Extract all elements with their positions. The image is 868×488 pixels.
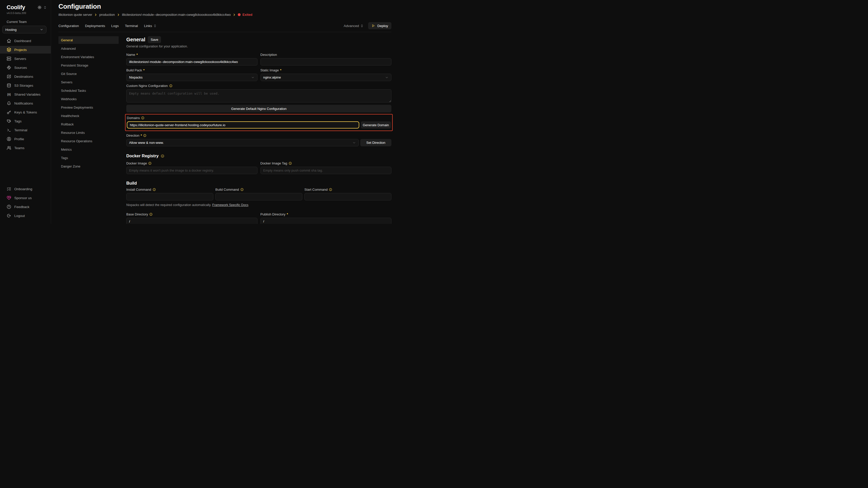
- start-command-input[interactable]: [304, 193, 392, 200]
- tab-links[interactable]: Links: [144, 24, 157, 28]
- info-icon[interactable]: [143, 134, 147, 137]
- domains-input[interactable]: [127, 121, 359, 129]
- name-input[interactable]: [126, 58, 257, 66]
- sidebar-item-logout[interactable]: Logout: [0, 212, 51, 220]
- static-image-select[interactable]: nginx:alpine: [260, 74, 392, 81]
- sidebar-item-profile[interactable]: Profile: [0, 135, 51, 143]
- subnav-item-healthcheck[interactable]: Healthcheck: [58, 112, 119, 120]
- info-icon[interactable]: [141, 116, 145, 120]
- subnav-item-environment-variables[interactable]: Environment Variables: [58, 53, 119, 61]
- chevron-right-icon: [117, 13, 120, 16]
- status-badge: Exited: [238, 13, 252, 17]
- sidebar-item-dashboard[interactable]: Dashboard: [0, 37, 51, 44]
- chevrons-up-down-icon: [153, 24, 157, 28]
- sidebar-item-projects[interactable]: Projects: [0, 46, 51, 54]
- docker-registry-heading: Docker Registry: [126, 154, 159, 158]
- subnav-item-preview-deployments[interactable]: Preview Deployments: [58, 103, 119, 111]
- sidebar-item-onboarding[interactable]: Onboarding: [0, 185, 51, 193]
- description-label: Description: [260, 53, 392, 57]
- publish-directory-label: Publish Directory*: [260, 213, 392, 216]
- advanced-dropdown[interactable]: Advanced: [344, 24, 364, 28]
- tab-configuration[interactable]: Configuration: [58, 24, 79, 28]
- layers-icon: [7, 47, 11, 52]
- info-icon[interactable]: [161, 154, 164, 158]
- generate-nginx-config-button[interactable]: Generate Default Nginx Configuration: [126, 105, 392, 112]
- domains-label: Domains: [127, 116, 391, 120]
- publish-directory-input[interactable]: [260, 218, 392, 224]
- subnav-item-resource-operations[interactable]: Resource Operations: [58, 137, 119, 145]
- framework-docs-link[interactable]: Framework Specific Docs: [212, 203, 249, 207]
- tab-logs[interactable]: Logs: [111, 24, 119, 28]
- tab-deployments[interactable]: Deployments: [85, 24, 105, 28]
- info-icon[interactable]: [149, 213, 153, 216]
- sidebar-item-shared-variables[interactable]: (x) Shared Variables: [0, 91, 51, 98]
- subnav-item-danger-zone[interactable]: Danger Zone: [58, 162, 119, 170]
- docker-image-tag-input[interactable]: [260, 167, 392, 174]
- generate-domain-button[interactable]: Generate Domain: [361, 121, 391, 129]
- sidebar-item-tags[interactable]: Tags: [0, 117, 51, 125]
- tags-icon: [7, 119, 11, 123]
- tab-terminal[interactable]: Terminal: [125, 24, 138, 28]
- subnav-item-git-source[interactable]: Git Source: [58, 70, 119, 77]
- subnav-item-webhooks[interactable]: Webhooks: [58, 95, 119, 103]
- team-select[interactable]: Hosting: [2, 26, 46, 33]
- description-input[interactable]: [260, 58, 392, 66]
- subnav-item-scheduled-tasks[interactable]: Scheduled Tasks: [58, 87, 119, 94]
- chevron-down-icon: [385, 76, 389, 79]
- sidebar-item-terminal[interactable]: Terminal: [0, 126, 51, 134]
- subnav-item-resource-limits[interactable]: Resource Limits: [58, 129, 119, 136]
- sidebar-item-notifications[interactable]: Notifications: [0, 99, 51, 107]
- info-icon[interactable]: [288, 162, 292, 165]
- install-command-input[interactable]: [126, 193, 213, 200]
- git-source-icon: [7, 65, 11, 70]
- theme-toggle-sun-icon[interactable]: [37, 5, 41, 9]
- custom-nginx-textarea[interactable]: [126, 89, 392, 102]
- base-directory-input[interactable]: [126, 218, 257, 224]
- sidebar-item-sources[interactable]: Sources: [0, 64, 51, 71]
- breadcrumb-application[interactable]: illicitestonion/-module--decomposition:m…: [122, 13, 231, 17]
- save-button[interactable]: Save: [148, 36, 161, 43]
- subnav-item-rollback[interactable]: Rollback: [58, 120, 119, 128]
- breadcrumb-project[interactable]: illicitonion quote server: [58, 13, 92, 17]
- docker-image-input[interactable]: [126, 167, 257, 174]
- info-icon[interactable]: [148, 162, 152, 165]
- key-icon: [7, 110, 11, 115]
- checklist-icon: [7, 187, 11, 191]
- build-command-input[interactable]: [215, 193, 302, 200]
- brand-selector-icon[interactable]: [43, 6, 47, 9]
- nixpacks-note: Nixpacks will detect the required config…: [126, 203, 392, 207]
- sidebar-item-feedback[interactable]: Feedback: [0, 203, 51, 210]
- info-icon[interactable]: [329, 188, 332, 191]
- subnav-item-general[interactable]: General: [58, 36, 119, 44]
- sidebar-item-destinations[interactable]: Destinations: [0, 73, 51, 80]
- deploy-button[interactable]: Deploy: [368, 22, 392, 29]
- sidebar-item-keys-tokens[interactable]: Keys & Tokens: [0, 108, 51, 116]
- sidebar-item-teams[interactable]: Teams: [0, 144, 51, 152]
- direction-select[interactable]: Allow www & non-www.: [126, 139, 359, 147]
- set-direction-button[interactable]: Set Direction: [360, 139, 392, 147]
- subnav-item-persistent-storage[interactable]: Persistent Storage: [58, 61, 119, 69]
- info-icon[interactable]: [169, 84, 173, 88]
- help-circle-icon: [7, 204, 11, 209]
- install-command-label: Install Command: [126, 188, 213, 192]
- info-icon[interactable]: [153, 188, 156, 191]
- sidebar-item-sponsor-us[interactable]: Sponsor us: [0, 194, 51, 202]
- sidebar-item-servers[interactable]: Servers: [0, 55, 51, 62]
- info-icon[interactable]: [240, 188, 244, 191]
- section-description: General configuration for your applicati…: [126, 44, 392, 48]
- required-asterisk: *: [141, 134, 142, 137]
- subnav-item-servers[interactable]: Servers: [58, 78, 119, 86]
- page-header: Configuration illicitonion quote server …: [51, 0, 398, 17]
- heart-handshake-icon: [7, 196, 11, 200]
- domains-highlight-box: Domains Generate Domain: [125, 114, 393, 131]
- breadcrumb-environment[interactable]: production: [99, 13, 115, 17]
- subnav-item-tags[interactable]: Tags: [58, 154, 119, 162]
- direction-label: Direction*: [126, 134, 392, 137]
- sidebar-item-s3-storages[interactable]: S3 Storages: [0, 82, 51, 89]
- subnav-item-advanced[interactable]: Advanced: [58, 44, 119, 52]
- subnav-item-metrics[interactable]: Metrics: [58, 145, 119, 153]
- version-label: v4.0.0-beta.399: [0, 11, 51, 14]
- build-pack-select[interactable]: Nixpacks: [126, 74, 257, 81]
- general-form: General Save General configuration for y…: [126, 36, 392, 224]
- chevron-right-icon: [233, 13, 236, 16]
